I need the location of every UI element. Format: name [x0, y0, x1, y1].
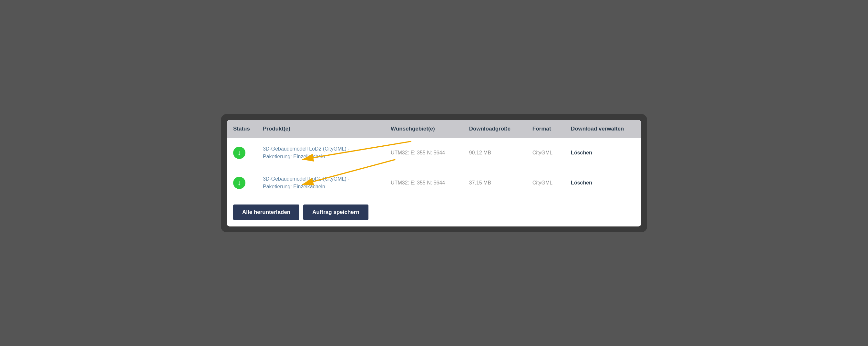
- col-header-status: Status: [227, 120, 256, 138]
- table-row: ↓ 3D-Gebäudemodell LoD2 (CityGML) - Pake…: [227, 138, 641, 168]
- footer-actions: Alle herunterladen Auftrag speichern: [227, 198, 641, 227]
- outer-container: Status Produkt(e) Wunschgebiet(e) Downlo…: [221, 114, 647, 232]
- col-header-format: Format: [526, 120, 564, 138]
- alle-herunterladen-button[interactable]: Alle herunterladen: [233, 204, 299, 220]
- download-status-icon-1[interactable]: ↓: [233, 177, 245, 189]
- action-cell-0[interactable]: Löschen: [564, 138, 641, 168]
- status-cell-1: ↓: [227, 168, 256, 198]
- size-cell-1: 37.15 MB: [463, 168, 526, 198]
- format-cell-1: CityGML: [526, 168, 564, 198]
- download-status-icon-0[interactable]: ↓: [233, 147, 245, 159]
- download-table: Status Produkt(e) Wunschgebiet(e) Downlo…: [227, 120, 641, 198]
- format-cell-0: CityGML: [526, 138, 564, 168]
- auftrag-speichern-button[interactable]: Auftrag speichern: [303, 204, 368, 220]
- product-cell-1: 3D-Gebäudemodell LoD1 (CityGML) - Paketi…: [256, 168, 384, 198]
- col-header-wunsch: Wunschgebiet(e): [384, 120, 462, 138]
- download-table-container: Status Produkt(e) Wunschgebiet(e) Downlo…: [227, 120, 641, 227]
- wunsch-cell-1: UTM32: E: 355 N: 5644: [384, 168, 462, 198]
- action-cell-1[interactable]: Löschen: [564, 168, 641, 198]
- table-header-row: Status Produkt(e) Wunschgebiet(e) Downlo…: [227, 120, 641, 138]
- size-cell-0: 90.12 MB: [463, 138, 526, 168]
- col-header-downloadgroesse: Downloadgröße: [463, 120, 526, 138]
- col-header-produkt: Produkt(e): [256, 120, 384, 138]
- col-header-download-verwalten: Download verwalten: [564, 120, 641, 138]
- table-row: ↓ 3D-Gebäudemodell LoD1 (CityGML) - Pake…: [227, 168, 641, 198]
- wunsch-cell-0: UTM32: E: 355 N: 5644: [384, 138, 462, 168]
- status-cell-0: ↓: [227, 138, 256, 168]
- product-cell-0: 3D-Gebäudemodell LoD2 (CityGML) - Paketi…: [256, 138, 384, 168]
